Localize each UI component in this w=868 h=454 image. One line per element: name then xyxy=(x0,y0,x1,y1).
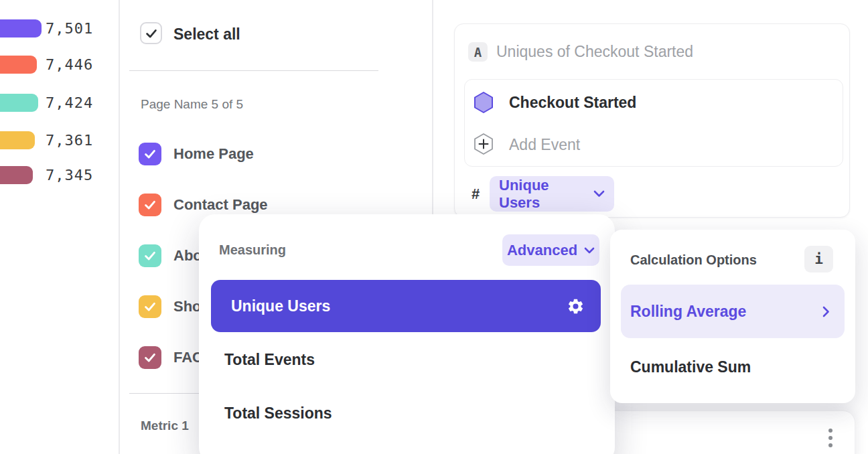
checkmark-icon xyxy=(143,248,157,263)
checkmark-icon xyxy=(143,350,157,365)
measurement-dropdown[interactable]: Unique Users xyxy=(490,176,614,212)
checkbox-shop-page[interactable] xyxy=(139,295,161,318)
menu-option-total-sessions[interactable]: Total Sessions xyxy=(224,403,332,423)
analytics-screen: 7,501 7,446 7,424 7,361 7,345 Select all… xyxy=(0,0,868,454)
advanced-mode-dropdown[interactable]: Advanced xyxy=(502,234,599,266)
checkbox-faq-page[interactable] xyxy=(139,346,161,369)
checkmark-icon xyxy=(144,26,159,41)
panel-divider-left xyxy=(119,0,120,454)
menu-option-unique-users[interactable]: Unique Users xyxy=(211,280,601,332)
menu-option-total-events[interactable]: Total Events xyxy=(224,350,315,370)
chevron-down-icon xyxy=(584,247,595,254)
menu-option-cumulative-sum[interactable]: Cumulative Sum xyxy=(630,357,751,377)
advanced-mode-label: Advanced xyxy=(507,242,577,259)
checkbox-home-page[interactable] xyxy=(139,143,161,165)
select-all-label: Select all xyxy=(173,25,240,44)
measuring-menu: Measuring Advanced Unique Users Total Ev… xyxy=(199,214,615,454)
bar xyxy=(0,94,38,112)
checkbox-about-page[interactable] xyxy=(139,244,161,267)
checkmark-icon xyxy=(143,198,157,212)
checkmark-icon xyxy=(143,147,157,161)
menu-option-label: Unique Users xyxy=(231,297,330,315)
checkmark-icon xyxy=(143,299,157,314)
chevron-down-icon xyxy=(593,190,605,198)
bar-value-label: 7,361 xyxy=(46,131,93,149)
section-divider xyxy=(129,70,378,71)
filter-group-label: Page Name 5 of 5 xyxy=(141,97,243,112)
series-letter-badge: A xyxy=(468,42,488,62)
menu-option-rolling-average[interactable]: Rolling Average xyxy=(621,285,845,338)
menu-option-label: Rolling Average xyxy=(630,303,746,321)
checkbox-contact-page[interactable] xyxy=(139,194,161,216)
event-name[interactable]: Checkout Started xyxy=(509,92,636,112)
bar-value-label: 7,501 xyxy=(46,19,93,37)
event-hexagon-icon xyxy=(474,91,494,114)
filter-item-label[interactable]: Sho xyxy=(173,295,202,318)
chevron-right-icon xyxy=(822,306,830,317)
add-event-label[interactable]: Add Event xyxy=(509,135,580,155)
calculation-options-title: Calculation Options xyxy=(630,251,757,269)
bar xyxy=(0,166,33,184)
query-builder-card: A Uniques of Checkout Started Checkout S… xyxy=(454,23,850,218)
select-all-checkbox[interactable] xyxy=(140,22,162,44)
filter-item-label[interactable]: Contact Page xyxy=(173,194,268,216)
gear-icon[interactable] xyxy=(567,297,585,315)
bar xyxy=(0,56,37,74)
info-icon[interactable]: i xyxy=(804,246,833,273)
bar-value-label: 7,424 xyxy=(46,94,93,112)
filter-item-label[interactable]: Abo xyxy=(173,244,202,267)
bar xyxy=(0,131,35,149)
series-title-input[interactable]: Uniques of Checkout Started xyxy=(496,42,693,62)
measurement-dropdown-value: Unique Users xyxy=(499,177,593,212)
add-event-icon[interactable] xyxy=(474,133,494,155)
bar-value-label: 7,446 xyxy=(46,56,93,74)
event-card: Checkout Started Add Event xyxy=(464,79,843,167)
bar-value-label: 7,345 xyxy=(46,166,93,184)
kebab-menu-icon[interactable] xyxy=(827,427,834,449)
measuring-menu-title: Measuring xyxy=(219,242,286,258)
filter-item-label[interactable]: Home Page xyxy=(173,143,254,165)
bar xyxy=(0,19,42,37)
measurement-symbol: # xyxy=(472,185,480,204)
metric-label: Metric 1 xyxy=(141,419,189,433)
calculation-options-menu: Calculation Options i Rolling Average Cu… xyxy=(610,230,855,403)
